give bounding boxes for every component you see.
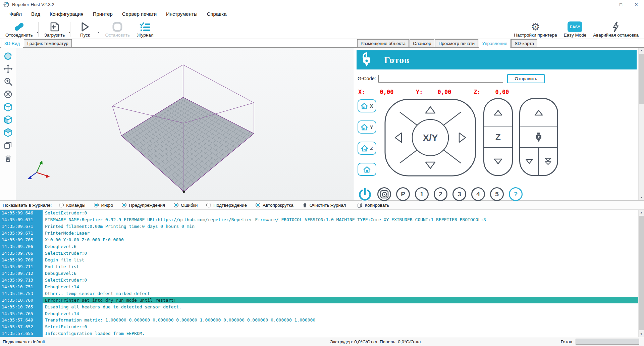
xy-jog-pad[interactable]: X/Y <box>384 98 477 177</box>
disconnect-button[interactable]: Отсоединить <box>2 19 36 39</box>
home-y-button[interactable]: Y <box>358 120 376 134</box>
front-view-button[interactable] <box>2 114 14 125</box>
scroll-thumb[interactable] <box>639 54 644 104</box>
load-dropdown[interactable]: ▾ <box>68 19 73 39</box>
tab-control-2[interactable]: Просмотр печати <box>435 39 478 47</box>
viewport-3d[interactable] <box>0 48 354 200</box>
home-all-button[interactable] <box>358 163 376 176</box>
maximize-button[interactable]: □ <box>613 0 629 9</box>
log-toggle-button[interactable]: Журнал <box>133 19 157 39</box>
home-x-button[interactable]: X <box>358 99 376 112</box>
tab-view-1[interactable]: График температур <box>24 39 72 47</box>
scroll-thumb[interactable] <box>639 216 644 330</box>
zoom-view-button[interactable] <box>2 76 14 87</box>
log-filter-5[interactable]: Автопрокрутка <box>256 203 293 208</box>
print-bed-scene[interactable] <box>16 48 354 200</box>
menu-item-5[interactable]: Инструменты <box>161 9 202 19</box>
motors-off-button[interactable] <box>358 187 372 201</box>
send-gcode-button[interactable]: Отправить <box>507 74 545 83</box>
circle-cross-icon <box>4 90 12 99</box>
radio-icon <box>206 203 211 207</box>
extrude-down-button[interactable] <box>520 148 538 176</box>
log-filter-3[interactable]: Ошибки <box>174 203 198 208</box>
tab-control-3[interactable]: Управление <box>479 39 511 48</box>
isometric-view-button[interactable] <box>2 101 14 112</box>
tab-control-0[interactable]: Размещение объекта <box>357 39 409 47</box>
quick-button-4[interactable]: 4 <box>471 187 485 201</box>
quick-button-3[interactable]: 3 <box>452 187 466 201</box>
scroll-down-icon[interactable]: ▼ <box>639 331 644 337</box>
quick-button-p[interactable]: P <box>396 187 410 201</box>
rotate-view-button[interactable] <box>2 50 14 61</box>
log-message: Info:Configuration loaded from EEPROM. <box>43 330 638 337</box>
control-tabs: Размещение объектаСлайсерПросмотр печати… <box>354 39 644 48</box>
view-panel: 3D-ВидГрафик температур <box>0 39 354 200</box>
menu-item-6[interactable]: Справка <box>202 9 231 19</box>
top-view-button[interactable] <box>2 127 14 138</box>
triangle-up-icon <box>534 109 544 116</box>
log-row: 14:35:09.712DebugLevel:6 <box>0 270 638 277</box>
scroll-down-icon[interactable]: ▼ <box>639 195 644 200</box>
fit-printer-button[interactable] <box>2 89 14 100</box>
quick-button-1[interactable]: 1 <box>415 187 429 201</box>
tab-view-0[interactable]: 3D-Вид <box>1 39 23 48</box>
log-message: SelectExtruder:0 <box>43 324 638 330</box>
tab-control-1[interactable]: Слайсер <box>410 39 434 47</box>
gcode-input[interactable] <box>378 75 503 83</box>
close-button[interactable]: ✕ <box>629 0 644 9</box>
scroll-up-icon[interactable]: ▲ <box>639 210 644 215</box>
home-icon <box>361 124 368 131</box>
log-filter-0[interactable]: Команды <box>59 203 85 208</box>
menu-item-1[interactable]: Вид <box>26 9 45 19</box>
delete-object-button[interactable] <box>2 152 14 163</box>
log-message: X:0.00 Y:0.00 Z:0.000 E:0.0000 <box>43 237 638 243</box>
log-row: 14:35:09.705X:0.00 Y:0.00 Z:0.000 E:0.00… <box>0 237 638 243</box>
menu-item-2[interactable]: Конфигурация <box>45 9 88 19</box>
easy-badge-icon: EASY <box>568 21 582 32</box>
tab-control-4[interactable]: SD-карта <box>511 39 537 47</box>
disconnect-dropdown[interactable]: ▾ <box>36 19 41 39</box>
log-filter-1[interactable]: Инфо <box>94 203 113 208</box>
quick-button-5[interactable]: 5 <box>490 187 504 201</box>
log-message: DebugLevel:6 <box>43 243 638 250</box>
minimize-button[interactable]: – <box>598 0 613 9</box>
log-timestamp: 14:35:09.706 <box>0 250 43 257</box>
start-dropdown[interactable]: ▾ <box>97 19 102 39</box>
control-scrollbar[interactable]: ▲ ▼ <box>638 48 644 200</box>
log-filter-4[interactable]: Подтверждение <box>206 203 247 208</box>
extruder-small-icon <box>535 132 543 142</box>
quick-buttons-row: P12345? <box>358 187 523 201</box>
extruder-retract-up-button[interactable] <box>520 99 557 127</box>
menu-item-4[interactable]: Сервер печати <box>117 9 161 19</box>
load-button[interactable]: Загрузить <box>41 19 68 39</box>
stepper-button[interactable] <box>377 187 391 201</box>
rotate-icon <box>3 51 13 61</box>
scroll-up-icon[interactable]: ▲ <box>639 48 644 53</box>
control-panel: Размещение объектаСлайсерПросмотр печати… <box>354 39 644 200</box>
easy-mode-button[interactable]: EASY Easy Mode <box>560 19 590 39</box>
menu-item-3[interactable]: Принтер <box>88 9 117 19</box>
log-timestamp: 14:35:09.671 <box>0 223 43 230</box>
log-row: 14:35:10.760Error:Printer set into dry r… <box>0 297 638 303</box>
start-button[interactable]: Пуск <box>73 19 97 39</box>
log-filter-2[interactable]: Предупреждения <box>122 203 165 208</box>
z-up-button[interactable] <box>484 99 512 127</box>
retract-button[interactable] <box>538 148 557 176</box>
log-message: DebugLevel:14 <box>43 283 638 290</box>
log-scrollbar[interactable]: ▲ ▼ <box>638 210 644 337</box>
quick-button-2[interactable]: 2 <box>434 187 447 201</box>
help-button[interactable]: ? <box>509 187 523 201</box>
copy-log-button[interactable]: Копировать <box>357 202 389 208</box>
move-view-button[interactable] <box>2 63 14 74</box>
z-down-button[interactable] <box>484 148 512 176</box>
copy-objects-button[interactable] <box>2 140 14 151</box>
printer-settings-button[interactable]: ⚙ Настройки принтера <box>511 19 560 39</box>
menu-item-0[interactable]: Файл <box>5 9 26 19</box>
home-z-button[interactable]: Z <box>358 142 376 155</box>
emergency-stop-button[interactable]: Аварийная остановка <box>590 19 642 39</box>
log-timestamp: 14:35:09.713 <box>0 277 43 283</box>
toolbar: Отсоединить ▾ Загрузить ▾ Пуск ▾ Останов… <box>0 19 644 39</box>
extruder-cell <box>520 127 557 148</box>
clear-log-button[interactable]: Очистить журнал <box>302 202 346 208</box>
log-message: Transformation matrix: 1.000000 0.000000… <box>43 317 638 324</box>
